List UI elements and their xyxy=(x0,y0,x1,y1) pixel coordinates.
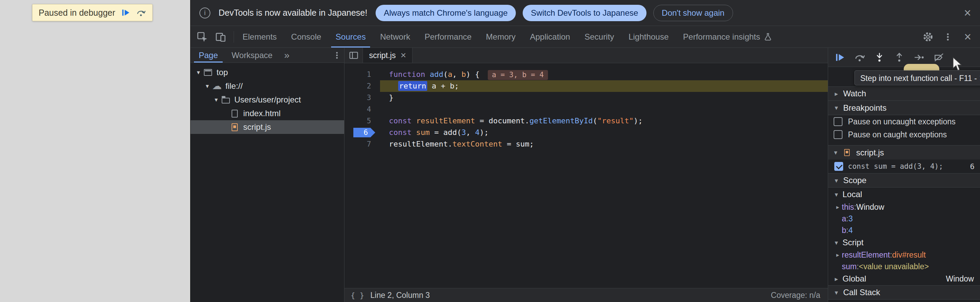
expander-down-icon[interactable]: ▾ xyxy=(212,96,221,103)
tab-security[interactable]: Security xyxy=(578,26,622,47)
tab-close-icon[interactable] xyxy=(401,51,406,60)
line-number-gutter[interactable]: 6 xyxy=(344,127,380,138)
code-view[interactable]: 1function add(a, b) {a = 3, b = 42 retur… xyxy=(344,63,828,288)
step-over-icon[interactable] xyxy=(136,8,146,17)
resume-script-icon[interactable] xyxy=(121,8,130,17)
line-number-gutter[interactable]: 5 xyxy=(344,115,380,127)
code-line-7[interactable]: 7resultElement.textContent = sum; xyxy=(344,138,828,150)
scope-variable-this[interactable]: this: Window xyxy=(828,201,980,213)
scope-group-local[interactable]: Local xyxy=(828,188,980,201)
settings-gear-icon[interactable] xyxy=(921,29,935,44)
screen: Paused in debugger i DevTools is now ava… xyxy=(0,0,980,302)
tab-application[interactable]: Application xyxy=(523,26,577,47)
pause-caught-checkbox[interactable] xyxy=(834,130,843,139)
navigator-tab-workspace[interactable]: Workspace xyxy=(225,48,280,63)
editor-tab-label: script.js xyxy=(369,51,396,60)
expander-down-icon[interactable]: ▾ xyxy=(203,82,212,90)
tab-sources[interactable]: Sources xyxy=(328,26,373,47)
cloud-icon xyxy=(212,81,222,91)
chevron-down-icon xyxy=(832,191,840,199)
inspect-icon[interactable] xyxy=(195,29,210,44)
pause-caught-exceptions-row[interactable]: Pause on caught exceptions xyxy=(828,128,980,141)
scope-group-global[interactable]: GlobalWindow xyxy=(828,272,980,285)
inline-eval-hint: a = 3, b = 4 xyxy=(488,70,548,80)
step-over-icon xyxy=(854,52,865,63)
tab-performance[interactable]: Performance xyxy=(417,26,479,47)
tab-lighthouse[interactable]: Lighthouse xyxy=(621,26,676,47)
debugged-page-background: Paused in debugger xyxy=(0,0,190,302)
infobar-close-icon[interactable] xyxy=(964,7,971,19)
line-number-gutter[interactable]: 1 xyxy=(344,69,380,80)
step-out-button[interactable] xyxy=(893,51,905,63)
navigator-kebab-icon[interactable] xyxy=(332,48,344,63)
breakpoint-marker[interactable]: 6 xyxy=(353,128,375,138)
navigator-tab-page[interactable]: Page xyxy=(192,48,225,63)
scope-variable-sum[interactable]: sum: <value unavailable> xyxy=(828,261,980,272)
step-into-button[interactable] xyxy=(873,51,886,63)
more-options-kebab-icon[interactable] xyxy=(940,29,955,44)
expander-down-icon[interactable]: ▾ xyxy=(194,69,203,76)
breakpoint-group-script-js[interactable]: script.js xyxy=(828,145,980,160)
js-file-icon xyxy=(229,123,240,131)
breakpoint-groups: script.jsconst sum = add(3, 4);6 xyxy=(828,145,980,173)
code-line-1[interactable]: 1function add(a, b) {a = 3, b = 4 xyxy=(344,69,828,80)
scope-variable-resultelement[interactable]: resultElement: div#result xyxy=(828,249,980,261)
step-icon xyxy=(914,52,924,63)
scope-group-script[interactable]: Script xyxy=(828,236,980,249)
code-line-3[interactable]: 3} xyxy=(344,92,828,103)
step-button[interactable] xyxy=(913,51,925,63)
tab-performance-insights[interactable]: Performance insights xyxy=(676,26,780,47)
pause-uncaught-exceptions-row[interactable]: Pause on uncaught exceptions xyxy=(828,115,980,128)
infobar-button-always-match-chrome-s-language[interactable]: Always match Chrome's language xyxy=(375,5,516,21)
section-watch[interactable]: Watch xyxy=(828,87,980,101)
chevron-right-icon xyxy=(832,275,840,283)
variable-name: b xyxy=(842,226,846,235)
pause-uncaught-checkbox[interactable] xyxy=(834,117,843,126)
breakpoint-entry[interactable]: const sum = add(3, 4);6 xyxy=(828,160,980,173)
navigator-toggle-icon[interactable] xyxy=(344,48,363,63)
resume-button[interactable] xyxy=(834,51,846,63)
call-stack-label: Call Stack xyxy=(843,288,880,297)
toolbar-separator xyxy=(234,31,234,43)
section-scope[interactable]: Scope xyxy=(828,173,980,188)
tab-memory[interactable]: Memory xyxy=(479,26,523,47)
tab-network[interactable]: Network xyxy=(373,26,417,47)
breakpoint-checkbox[interactable] xyxy=(834,162,843,171)
infobar-message: DevTools is now available in Japanese! xyxy=(219,8,368,18)
step-over-button[interactable] xyxy=(853,51,866,63)
chevron-right-icon[interactable] xyxy=(834,204,842,211)
close-devtools-icon[interactable] xyxy=(960,29,975,44)
code-line-6[interactable]: 6const sum = add(3, 4); xyxy=(344,127,828,138)
tab-console[interactable]: Console xyxy=(284,26,328,47)
code-line-2[interactable]: 2 return a + b; xyxy=(344,80,828,92)
tree-item-index-html[interactable]: index.html xyxy=(191,107,344,120)
infobar-button-switch-devtools-to-japanese[interactable]: Switch DevTools to Japanese xyxy=(523,5,646,21)
pretty-print-icon[interactable] xyxy=(351,291,364,300)
line-number-gutter[interactable]: 7 xyxy=(344,138,380,150)
tab-elements[interactable]: Elements xyxy=(235,26,284,47)
code-line-5[interactable]: 5const resultElement = document.getEleme… xyxy=(344,115,828,127)
section-breakpoints[interactable]: Breakpoints xyxy=(828,101,980,115)
tree-item-label: script.js xyxy=(243,122,271,132)
line-number-gutter[interactable]: 4 xyxy=(344,103,380,115)
step-out-icon xyxy=(894,52,905,63)
tree-item-top[interactable]: ▾top xyxy=(191,66,344,79)
tree-item-users-user-project[interactable]: ▾Users/user/project xyxy=(191,93,344,107)
section-call-stack[interactable]: Call Stack xyxy=(828,285,980,300)
scope-variable-a[interactable]: a: 3 xyxy=(828,213,980,225)
code-line-4[interactable]: 4 xyxy=(344,103,828,115)
more-tabs-icon[interactable] xyxy=(280,48,294,63)
variable-value: div#result xyxy=(892,250,926,259)
infobar-button-don-t-show-again[interactable]: Don't show again xyxy=(653,5,733,21)
scope-variable-b[interactable]: b: 4 xyxy=(828,225,980,236)
tree-item-script-js[interactable]: script.js xyxy=(191,120,344,134)
tree-item-file[interactable]: ▾file:// xyxy=(191,79,344,93)
deactivate-breakpoints-button[interactable] xyxy=(933,51,945,63)
device-toolbar-icon[interactable] xyxy=(213,29,228,44)
code-line-content: } xyxy=(380,92,828,103)
line-number-gutter[interactable]: 2 xyxy=(344,80,380,92)
line-number-gutter[interactable]: 3 xyxy=(344,92,380,103)
editor-status-bar: Line 2, Column 3 Coverage: n/a xyxy=(344,288,828,302)
editor-tab-script-js[interactable]: script.js xyxy=(363,48,412,63)
chevron-right-icon[interactable] xyxy=(834,251,842,259)
